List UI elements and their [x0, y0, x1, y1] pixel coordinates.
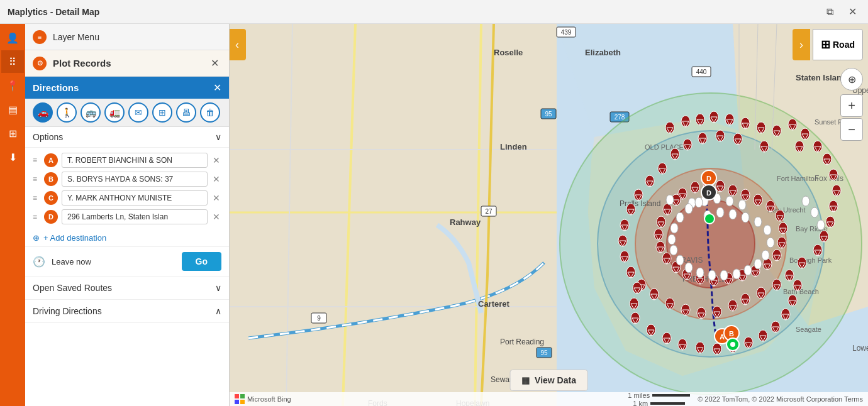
- svg-point-236: [754, 217, 762, 227]
- transport-copy-button[interactable]: ⊞: [152, 102, 172, 123]
- clock-icon: 🕐: [33, 256, 45, 268]
- sidebar-filter-button[interactable]: ⊞: [1, 122, 24, 145]
- svg-text:Linden: Linden: [500, 142, 527, 151]
- svg-point-235: [742, 212, 749, 222]
- transport-transit-button[interactable]: 🚌: [81, 102, 101, 123]
- svg-point-247: [676, 255, 684, 265]
- leave-now-label: Leave now: [52, 257, 175, 266]
- add-dest-plus-icon: ⊕: [33, 233, 40, 243]
- waypoint-input-a[interactable]: [62, 153, 208, 168]
- waypoint-badge-a: A: [44, 153, 58, 167]
- svg-point-237: [764, 225, 771, 235]
- map-grid-icon: ⊞: [821, 38, 830, 52]
- svg-point-252: [685, 204, 693, 214]
- titlebar-controls: ⧉ ✕: [823, 4, 860, 19]
- compass-button[interactable]: ⊕: [840, 68, 863, 91]
- layer-menu-row: ≡ Layer Menu: [25, 24, 229, 50]
- directions-close-button[interactable]: ✕: [213, 82, 221, 94]
- saved-routes-row[interactable]: Open Saved Routes ∨: [25, 277, 229, 300]
- transport-delete-button[interactable]: 🗑: [200, 102, 220, 123]
- plot-records-icon: ⊙: [33, 57, 47, 70]
- waypoint-remove-a[interactable]: ✕: [211, 155, 221, 165]
- svg-text:Carteret: Carteret: [478, 299, 510, 309]
- transport-walk-button[interactable]: 🚶: [57, 102, 77, 123]
- map-area[interactable]: 439 440 278 27 9 95 95: [230, 24, 868, 406]
- svg-text:Borough Park: Borough Park: [789, 256, 832, 264]
- svg-text:B: B: [729, 330, 734, 337]
- waypoint-input-d[interactable]: [62, 209, 208, 224]
- svg-text:9: 9: [317, 315, 321, 322]
- sidebar-layers-button[interactable]: ▤: [1, 98, 24, 121]
- copyright-label: © 2022 TomTom, © 2022 Microsoft Corporat…: [698, 395, 863, 403]
- map-road-button[interactable]: ⊞ Road: [813, 29, 863, 60]
- sidebar-person-button[interactable]: 👤: [1, 26, 24, 49]
- waypoint-remove-c[interactable]: ✕: [211, 193, 221, 203]
- left-panel: 👤 ⠿ 📍 ▤ ⊞ ⬇ ≡ Layer Menu ⊙ Plot Records …: [0, 24, 230, 406]
- view-data-label: View Data: [535, 375, 576, 385]
- svg-point-256: [811, 207, 818, 217]
- transport-car-button[interactable]: 🚗: [33, 102, 53, 123]
- sidebar-download-button[interactable]: ⬇: [1, 146, 24, 168]
- map-nav-right-button[interactable]: ›: [793, 29, 810, 60]
- road-btn-label: Road: [833, 40, 855, 50]
- map-collapse-left-button[interactable]: ‹: [230, 29, 246, 60]
- svg-point-246: [685, 263, 693, 273]
- bing-label: Microsoft Bing: [247, 395, 291, 403]
- options-label: Options: [33, 132, 63, 142]
- transport-truck-button[interactable]: 🚛: [104, 102, 125, 123]
- svg-text:95: 95: [540, 349, 548, 356]
- svg-point-248: [670, 245, 677, 255]
- svg-point-268: [730, 342, 735, 347]
- svg-marker-1: [230, 24, 557, 406]
- svg-point-241: [744, 265, 752, 275]
- transport-email-button[interactable]: ✉: [128, 102, 148, 123]
- drag-handle-c[interactable]: ≡: [33, 194, 40, 202]
- panel-content: ≡ Layer Menu ⊙ Plot Records ✕ Directions…: [25, 24, 229, 406]
- table-icon: ▦: [521, 375, 530, 385]
- transport-print-button[interactable]: 🖶: [176, 102, 196, 123]
- go-button[interactable]: Go: [182, 252, 221, 271]
- close-window-button[interactable]: ✕: [845, 4, 860, 19]
- options-row[interactable]: Options ∨: [25, 127, 229, 148]
- waypoint-input-b[interactable]: [62, 172, 208, 187]
- driving-directions-row[interactable]: Driving Directions ∧: [25, 300, 229, 323]
- zoom-out-button[interactable]: −: [840, 118, 863, 141]
- svg-text:Elizabeth: Elizabeth: [585, 48, 621, 57]
- svg-point-253: [695, 197, 703, 207]
- view-data-button[interactable]: ▦ View Data: [509, 370, 588, 391]
- svg-point-243: [720, 270, 728, 280]
- svg-point-244: [708, 270, 716, 280]
- waypoint-remove-d[interactable]: ✕: [211, 212, 221, 222]
- sidebar-location-button[interactable]: 📍: [1, 74, 24, 97]
- svg-text:95: 95: [545, 111, 552, 118]
- sidebar-hierarchy-button[interactable]: ⠿: [1, 50, 24, 73]
- drag-handle-b[interactable]: ≡: [33, 175, 40, 184]
- zoom-in-button[interactable]: +: [840, 94, 863, 117]
- driving-directions-chevron-icon: ∧: [215, 306, 221, 316]
- waypoint-input-c[interactable]: [62, 190, 208, 206]
- waypoint-remove-b[interactable]: ✕: [211, 174, 221, 184]
- svg-text:27: 27: [485, 208, 492, 215]
- svg-text:Port Reading: Port Reading: [500, 337, 544, 346]
- waypoint-row-a: ≡ A ✕: [33, 153, 221, 168]
- svg-point-262: [704, 214, 715, 224]
- drag-handle-d[interactable]: ≡: [33, 212, 40, 221]
- layer-menu-icon: ≡: [33, 30, 47, 44]
- restore-button[interactable]: ⧉: [823, 4, 837, 19]
- main-layout: 👤 ⠿ 📍 ▤ ⊞ ⬇ ≡ Layer Menu ⊙ Plot Records …: [0, 24, 868, 406]
- svg-point-234: [729, 209, 737, 219]
- saved-routes-label: Open Saved Routes: [33, 283, 112, 293]
- svg-text:Seagate: Seagate: [796, 326, 821, 333]
- add-destination-row[interactable]: ⊕ + Add destination: [25, 229, 229, 247]
- waypoints-section: ≡ A ✕ ≡ B ✕ ≡ C ✕ ≡: [25, 148, 229, 229]
- svg-text:440: 440: [696, 69, 707, 75]
- leave-go-row: 🕐 Leave now Go: [25, 247, 229, 277]
- directions-header: Directions ✕: [25, 77, 229, 99]
- titlebar: Maplytics - Detail Map ⧉ ✕: [0, 0, 868, 24]
- waypoint-badge-c: C: [44, 191, 58, 205]
- options-chevron-icon: ∨: [215, 132, 221, 142]
- svg-point-242: [733, 269, 740, 279]
- svg-text:439: 439: [561, 29, 572, 36]
- plot-records-close-button[interactable]: ✕: [208, 56, 221, 70]
- drag-handle-a[interactable]: ≡: [33, 156, 40, 165]
